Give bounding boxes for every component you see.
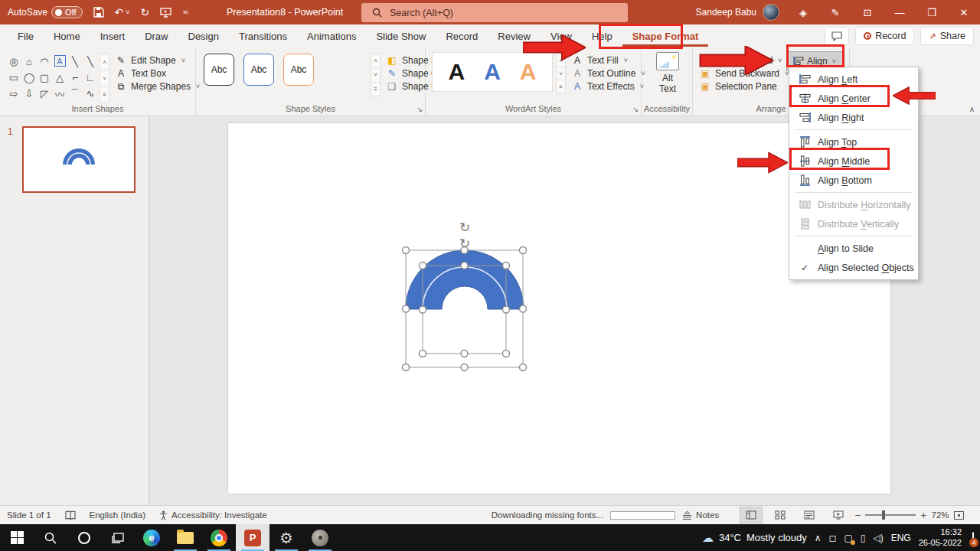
tab-record[interactable]: Record <box>436 26 488 47</box>
zoom-slider[interactable] <box>865 514 916 516</box>
corner-shape[interactable]: ◸ <box>37 86 52 102</box>
language-bar[interactable]: ENG <box>891 533 911 543</box>
tab-slide-show[interactable]: Slide Show <box>366 26 436 47</box>
arrow-down-shape[interactable]: ⇩ <box>21 86 37 102</box>
menu-item-align-bottom[interactable]: Align Bottom <box>789 171 918 190</box>
text-fill-button[interactable]: AText Fill˅ <box>571 55 645 66</box>
tab-help[interactable]: Help <box>582 26 622 47</box>
slideshow-view-icon[interactable] <box>827 507 850 523</box>
collapse-ribbon-icon[interactable]: ∧ <box>969 105 975 113</box>
text-effects-button[interactable]: AText Effects˅ <box>571 81 645 92</box>
line-shape[interactable]: ╲ <box>67 54 83 70</box>
zoom-level[interactable]: 72% <box>932 510 949 520</box>
shape-styles-dialog-launcher-icon[interactable]: ↘ <box>416 106 423 113</box>
ribbon-display-options-icon[interactable]: ⊡ <box>851 0 884 24</box>
tab-transitions[interactable]: Transitions <box>229 26 297 47</box>
line-arrow-shape[interactable]: ╲ <box>83 54 98 70</box>
volume-icon[interactable]: ◁) <box>873 533 883 543</box>
tab-insert[interactable]: Insert <box>90 26 136 47</box>
wordart-style-letter[interactable]: A <box>484 60 501 83</box>
tab-design[interactable]: Design <box>178 26 229 47</box>
undo-icon[interactable]: ↶˅ <box>115 7 130 18</box>
zoom-slider-thumb[interactable] <box>882 510 885 520</box>
freeform-shape[interactable]: ⌂ <box>21 54 37 70</box>
shape-style-thumbnail[interactable]: Abc <box>283 54 314 86</box>
elbow-connector-shape[interactable]: ⌐ <box>67 70 83 86</box>
fit-to-window-icon[interactable] <box>954 511 964 520</box>
zoom-out-button[interactable]: − <box>854 509 861 521</box>
task-view-button[interactable] <box>101 524 135 551</box>
tab-animations[interactable]: Animations <box>297 26 366 47</box>
file-explorer-app[interactable] <box>168 524 202 551</box>
menu-item-align-top[interactable]: Align Top <box>789 132 918 152</box>
arrow-right-shape[interactable]: ⇨ <box>6 86 21 102</box>
shapes-gallery-scroll[interactable]: ˄˅≡ <box>100 54 109 103</box>
action-center-button[interactable]: 4 <box>972 533 974 543</box>
language-indicator[interactable]: English (India) <box>83 506 153 524</box>
alt-text-button[interactable]: Alt Text <box>649 52 686 94</box>
menu-item-align-center[interactable]: Align Center <box>789 89 918 108</box>
chrome-app[interactable] <box>202 524 236 551</box>
wordart-scroll[interactable]: ˄˅≡ <box>556 54 566 93</box>
tab-view[interactable]: View <box>541 26 582 47</box>
selection-pane-button[interactable]: ▣Selection Pane <box>699 81 789 92</box>
clock[interactable]: 16:32 26-05-2022 <box>919 527 962 549</box>
premium-diamond-icon[interactable]: ◈ <box>787 0 819 24</box>
menu-item-align-left[interactable]: Align Left <box>789 70 918 89</box>
text-outline-button[interactable]: AText Outline˅ <box>571 68 645 79</box>
chevron-up-icon[interactable]: ∧ <box>815 533 822 543</box>
slide-sorter-icon[interactable] <box>769 507 792 523</box>
send-backward-button[interactable]: ▣Send Backward˅ <box>699 68 789 79</box>
wordart-style-letter[interactable]: A <box>520 60 537 83</box>
rectangle-shape[interactable]: ▭ <box>6 70 21 86</box>
wordart-gallery[interactable]: AAA <box>432 52 553 92</box>
spellcheck-book-icon[interactable] <box>58 506 83 524</box>
zoom-in-button[interactable]: + <box>920 509 926 521</box>
bring-forward-button[interactable]: ▣Bring Forward˅ <box>699 55 789 66</box>
tab-file[interactable]: File <box>8 26 44 47</box>
edit-shape-button[interactable]: ✎Edit Shape˅ <box>115 55 200 66</box>
curve2-shape[interactable]: ∿ <box>83 86 98 102</box>
teams-icon[interactable]: ◻ <box>829 533 837 543</box>
accessibility-status[interactable]: Accessibility: Investigate <box>152 506 274 524</box>
menu-item-align-selected-objects[interactable]: ✓Align Selected Objects <box>789 258 918 277</box>
share-button[interactable]: ⇗ Share <box>920 27 974 45</box>
settings-app[interactable]: ⚙ <box>270 524 303 551</box>
restore-button[interactable]: ❐ <box>916 0 948 24</box>
elbow-arrow-shape[interactable]: ∟ <box>83 70 98 86</box>
start-slideshow-icon[interactable] <box>160 8 172 18</box>
gimp-app[interactable] <box>303 524 337 551</box>
minimize-button[interactable]: — <box>884 0 916 24</box>
start-button[interactable] <box>0 524 34 551</box>
record-button[interactable]: Record <box>855 27 914 45</box>
shape-style-thumbnail[interactable]: Abc <box>204 54 234 86</box>
curve-shape[interactable]: ◠ <box>37 54 52 70</box>
ink-pen-icon[interactable]: ✎ <box>819 0 851 24</box>
redo-icon[interactable]: ↻ <box>141 7 150 18</box>
weather-widget[interactable]: ☁ 34°C Mostly cloudy <box>702 531 807 545</box>
search-button[interactable] <box>34 524 67 551</box>
shape-styles-scroll[interactable]: ˄˅≡ <box>371 54 381 96</box>
display-icon[interactable]: ▢ <box>844 533 853 543</box>
menu-item-align-middle[interactable]: Align Middle <box>789 152 918 171</box>
tab-shape-format[interactable]: Shape Format <box>622 26 709 47</box>
edge-app[interactable]: e <box>135 524 168 551</box>
normal-view-icon[interactable] <box>740 507 763 523</box>
arc-shape[interactable]: ⌒ <box>67 86 83 102</box>
autosave-toggle[interactable]: AutoSave Off <box>8 6 83 18</box>
reading-view-icon[interactable] <box>798 507 821 523</box>
cortana-button[interactable] <box>67 524 101 551</box>
close-button[interactable]: ✕ <box>948 0 980 24</box>
wordart-style-letter[interactable]: A <box>448 60 465 83</box>
save-icon[interactable] <box>93 7 104 18</box>
oval-callout-shape[interactable]: ◎ <box>6 54 21 70</box>
shape-style-thumbnail[interactable]: Abc <box>243 54 274 86</box>
scribble-shape[interactable]: 〰 <box>52 86 67 102</box>
tab-draw[interactable]: Draw <box>135 26 178 47</box>
oval-shape[interactable]: ◯ <box>21 70 37 86</box>
text-box-button[interactable]: AText Box <box>115 68 200 79</box>
account-menu[interactable]: Sandeep Babu <box>696 4 779 21</box>
slide-thumbnail[interactable] <box>22 126 136 193</box>
menu-item-align-right[interactable]: Align Right <box>789 108 918 127</box>
comment-icon[interactable] <box>825 27 849 45</box>
